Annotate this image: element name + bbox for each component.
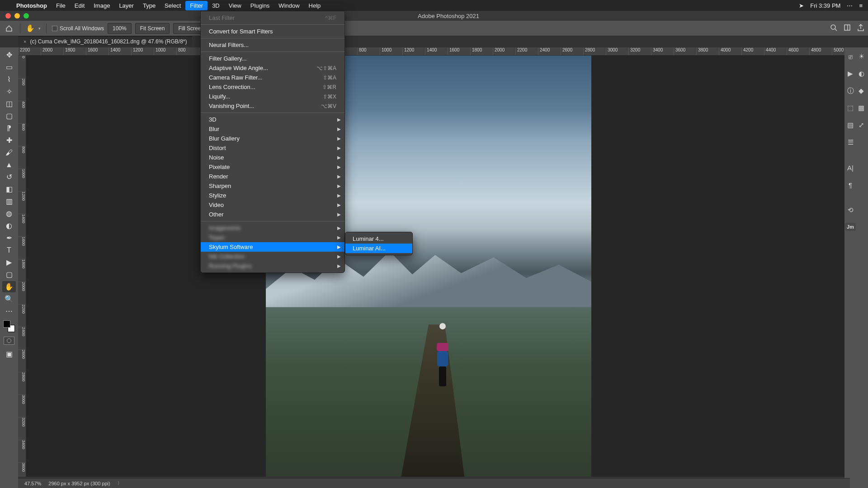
stamp-tool[interactable]: ▲ (2, 159, 16, 170)
crop-tool[interactable]: ◫ (2, 98, 16, 109)
menu-pixelate-submenu[interactable]: Pixelate▶ (201, 162, 344, 172)
menu-blur-submenu[interactable]: Blur▶ (201, 124, 344, 134)
menu-select[interactable]: Select (160, 1, 185, 10)
hand-tool[interactable]: ✋ (2, 281, 16, 292)
minimize-window-button[interactable] (14, 13, 20, 19)
close-window-button[interactable] (5, 13, 11, 19)
submenu-luminar-4[interactable]: Luminar 4... (345, 234, 412, 244)
eyedropper-tool[interactable]: ⁋ (2, 122, 16, 134)
menu-filter-gallery[interactable]: Filter Gallery... (201, 54, 344, 63)
menu-blur-gallery-submenu[interactable]: Blur Gallery▶ (201, 134, 344, 143)
styles-panel-icon[interactable]: ◐ (857, 69, 866, 78)
vertical-ruler[interactable]: 0200400600800100012001400160018002000220… (18, 56, 26, 477)
brush-tool[interactable]: 🖌 (2, 147, 16, 158)
info-panel-icon[interactable]: ⓘ (846, 86, 855, 95)
document-tab[interactable]: × (c) Cuma Cevik_IMG_20180416_160821.dng… (18, 36, 192, 46)
move-tool[interactable]: ✥ (2, 49, 16, 61)
menu-convert-smart-filters[interactable]: Convert for Smart Filters (201, 27, 344, 36)
shape-tool[interactable]: ▢ (2, 269, 16, 280)
menu-view[interactable]: View (224, 1, 246, 10)
status-zoom[interactable]: 47.57% (24, 481, 41, 486)
eraser-tool[interactable]: ◧ (2, 183, 16, 195)
scroll-all-windows-checkbox[interactable]: Scroll All Windows (52, 25, 104, 32)
menu-filter[interactable]: Filter (185, 1, 208, 10)
history-brush-tool[interactable]: ↺ (2, 171, 16, 183)
frame-tool[interactable]: ▢ (2, 110, 16, 122)
layers-panel-icon[interactable]: ◆ (857, 86, 866, 95)
zoom-100-button[interactable]: 100% (108, 23, 132, 34)
menu-3d[interactable]: 3D (208, 1, 224, 10)
hand-tool-icon[interactable]: ✋ (26, 24, 35, 33)
menu-window[interactable]: Window (274, 1, 304, 10)
menu-noise-submenu[interactable]: Noise▶ (201, 153, 344, 162)
home-button[interactable] (4, 23, 14, 34)
menu-app[interactable]: Photoshop (12, 1, 52, 10)
status-chevron-icon[interactable]: 〉 (118, 480, 122, 486)
close-tab-icon[interactable]: × (24, 39, 26, 44)
submenu-luminar-ai[interactable]: Luminar AI... (345, 244, 412, 253)
zoom-tool[interactable]: 🔍 (2, 293, 16, 305)
gradient-tool[interactable]: ▥ (2, 196, 16, 207)
menu-type[interactable]: Type (138, 1, 160, 10)
pen-tool[interactable]: ✒ (2, 232, 16, 244)
menu-3d-submenu[interactable]: 3D▶ (201, 115, 344, 124)
spotlight-icon[interactable]: ⋯ (847, 2, 853, 9)
menu-sharpen-submenu[interactable]: Sharpen▶ (201, 181, 344, 191)
quickmask-toggle[interactable] (4, 337, 14, 345)
path-select-tool[interactable]: ▶ (2, 257, 16, 268)
menu-vanishing-point[interactable]: Vanishing Point...⌥⌘V (201, 101, 344, 111)
menu-skylum-software[interactable]: Skylum Software▶ (201, 242, 344, 252)
menu-plugin-blurred-3[interactable]: Nik Collection▶ (201, 252, 344, 261)
menu-liquify[interactable]: Liquify...⇧⌘X (201, 92, 344, 101)
edit-toolbar[interactable]: ⋯ (2, 305, 16, 317)
paragraph-panel-icon[interactable]: ¶ (846, 180, 855, 189)
libraries-panel-icon[interactable]: ☰ (846, 138, 855, 147)
screenmode-toggle[interactable]: ▣ (2, 348, 16, 360)
menu-file[interactable]: File (52, 1, 70, 10)
menu-neural-filters[interactable]: Neural Filters... (201, 40, 344, 50)
marquee-tool[interactable]: ▭ (2, 61, 16, 73)
properties-panel-icon[interactable]: ▤ (846, 121, 855, 130)
menu-plugin-blurred-4[interactable]: Running Plugins▶ (201, 261, 344, 271)
status-dimensions[interactable]: 2960 px x 3952 px (300 ppi) (48, 481, 110, 486)
menu-video-submenu[interactable]: Video▶ (201, 200, 344, 210)
adjustments-panel-icon[interactable]: ☀ (857, 52, 866, 61)
fit-screen-button[interactable]: Fit Screen (135, 23, 170, 34)
color-swatches[interactable] (3, 320, 15, 332)
navigator-panel-icon[interactable]: ▶ (846, 69, 855, 78)
wand-tool[interactable]: ✧ (2, 86, 16, 97)
menu-help[interactable]: Help (304, 1, 326, 10)
character-panel-icon[interactable]: A| (846, 163, 855, 172)
workspace-icon[interactable] (844, 24, 851, 33)
paper-plane-icon[interactable]: ➤ (799, 2, 804, 9)
paths-panel-icon[interactable]: ▦ (857, 103, 866, 113)
menu-plugin-blurred-1[interactable]: Imagenomic▶ (201, 223, 344, 233)
actions-panel-icon[interactable]: ⟲ (846, 206, 855, 215)
menu-list-icon[interactable]: ≡ (859, 2, 863, 9)
menu-image[interactable]: Image (89, 1, 114, 10)
search-icon[interactable] (830, 24, 837, 33)
menu-distort-submenu[interactable]: Distort▶ (201, 143, 344, 153)
zoom-window-button[interactable] (24, 13, 29, 19)
menu-edit[interactable]: Edit (70, 1, 89, 10)
horizontal-ruler[interactable]: 2200200018001600140012001000800600400200… (18, 47, 850, 56)
menu-stylize-submenu[interactable]: Stylize▶ (201, 191, 344, 200)
menu-plugins[interactable]: Plugins (246, 1, 274, 10)
tool-preset-chevron-icon[interactable]: ▾ (38, 26, 41, 31)
type-tool[interactable]: T (2, 244, 16, 256)
histogram-panel-icon[interactable]: ⎚ (846, 52, 855, 61)
custom-panel-icon[interactable]: Jm (845, 223, 856, 231)
blur-tool[interactable]: ◍ (2, 208, 16, 219)
swatches-panel-icon[interactable]: ⬚ (846, 103, 855, 113)
canvas-area[interactable] (26, 56, 844, 477)
menu-adaptive-wide-angle[interactable]: Adaptive Wide Angle...⌥⇧⌘A (201, 63, 344, 73)
dodge-tool[interactable]: ◐ (2, 220, 16, 231)
menu-plugin-blurred-2[interactable]: Topaz▶ (201, 233, 344, 242)
menu-lens-correction[interactable]: Lens Correction...⇧⌘R (201, 82, 344, 92)
menu-camera-raw-filter[interactable]: Camera Raw Filter...⇧⌘A (201, 73, 344, 82)
menu-layer[interactable]: Layer (114, 1, 138, 10)
menu-render-submenu[interactable]: Render▶ (201, 172, 344, 181)
lasso-tool[interactable]: ⌇ (2, 74, 16, 85)
heal-tool[interactable]: ✚ (2, 135, 16, 146)
menu-other-submenu[interactable]: Other▶ (201, 210, 344, 219)
